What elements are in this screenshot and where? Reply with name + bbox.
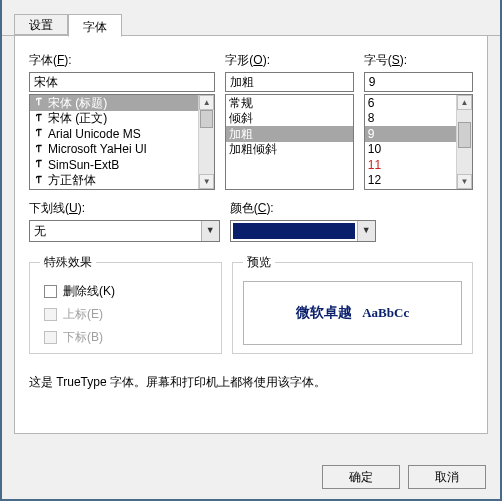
preview-legend: 预览 bbox=[243, 254, 275, 271]
color-label: 颜色(C): bbox=[230, 200, 473, 217]
underline-dropdown[interactable]: 无 ▼ bbox=[29, 220, 220, 242]
tab-settings[interactable]: 设置 bbox=[14, 14, 68, 35]
effects-group: 特殊效果 删除线(K) 上标(E) 下标(B) bbox=[29, 254, 222, 354]
size-label: 字号(S): bbox=[364, 52, 473, 69]
scroll-thumb[interactable] bbox=[200, 110, 213, 128]
cancel-button[interactable]: 取消 bbox=[408, 465, 486, 489]
style-label: 字形(O): bbox=[225, 52, 353, 69]
style-input[interactable] bbox=[225, 72, 353, 92]
list-item[interactable]: 常规 bbox=[226, 95, 352, 111]
list-item[interactable]: Ƭ宋体 (正文) bbox=[30, 111, 198, 127]
underline-value: 无 bbox=[30, 221, 201, 241]
list-item[interactable]: 6 bbox=[365, 95, 456, 111]
preview-group: 预览 微软卓越 AaBbCc bbox=[232, 254, 473, 354]
preview-box: 微软卓越 AaBbCc bbox=[243, 281, 462, 345]
tab-font[interactable]: 字体 bbox=[68, 14, 122, 37]
scrollbar[interactable]: ▲ ▼ bbox=[456, 95, 472, 189]
list-item[interactable]: Ƭ宋体 (标题) bbox=[30, 95, 198, 111]
list-item[interactable]: Ƭ方正舒体 bbox=[30, 173, 198, 189]
chevron-down-icon[interactable]: ▼ bbox=[201, 221, 219, 241]
ok-button[interactable]: 确定 bbox=[322, 465, 400, 489]
truetype-icon: Ƭ bbox=[33, 175, 45, 186]
list-item[interactable]: 10 bbox=[365, 142, 456, 158]
size-input[interactable] bbox=[364, 72, 473, 92]
style-listbox[interactable]: 常规 倾斜 加粗 加粗倾斜 bbox=[225, 94, 353, 190]
list-item[interactable]: 8 bbox=[365, 111, 456, 127]
scroll-down-icon[interactable]: ▼ bbox=[199, 174, 214, 189]
superscript-checkbox: 上标(E) bbox=[44, 306, 211, 323]
list-item[interactable]: 加粗 bbox=[226, 126, 352, 142]
truetype-icon: Ƭ bbox=[33, 144, 45, 155]
color-swatch bbox=[233, 223, 355, 239]
scroll-up-icon[interactable]: ▲ bbox=[457, 95, 472, 110]
truetype-icon: Ƭ bbox=[33, 113, 45, 124]
preview-sample-en: AaBbCc bbox=[362, 305, 409, 321]
scrollbar[interactable]: ▲ ▼ bbox=[198, 95, 214, 189]
scroll-down-icon[interactable]: ▼ bbox=[457, 174, 472, 189]
font-listbox[interactable]: Ƭ宋体 (标题) Ƭ宋体 (正文) ƬArial Unicode MS ƬMic… bbox=[29, 94, 215, 190]
list-item[interactable]: ƬSimSun-ExtB bbox=[30, 157, 198, 173]
list-item[interactable]: 加粗倾斜 bbox=[226, 142, 352, 158]
color-dropdown[interactable]: ▼ bbox=[230, 220, 376, 242]
tab-strip: 设置 字体 bbox=[2, 10, 500, 36]
checkbox-icon bbox=[44, 308, 57, 321]
preview-sample-cn: 微软卓越 bbox=[296, 304, 352, 322]
list-item[interactable]: 倾斜 bbox=[226, 111, 352, 127]
font-panel: 字体(F): Ƭ宋体 (标题) Ƭ宋体 (正文) ƬArial Unicode … bbox=[14, 36, 488, 434]
truetype-icon: Ƭ bbox=[33, 97, 45, 108]
font-label: 字体(F): bbox=[29, 52, 215, 69]
checkbox-icon[interactable] bbox=[44, 285, 57, 298]
list-item[interactable]: 12 bbox=[365, 173, 456, 189]
checkbox-icon bbox=[44, 331, 57, 344]
list-item[interactable]: 9 bbox=[365, 126, 456, 142]
truetype-note: 这是 TrueType 字体。屏幕和打印机上都将使用该字体。 bbox=[29, 374, 473, 391]
list-item[interactable]: ƬArial Unicode MS bbox=[30, 126, 198, 142]
subscript-checkbox: 下标(B) bbox=[44, 329, 211, 346]
strikethrough-checkbox[interactable]: 删除线(K) bbox=[44, 283, 211, 300]
truetype-icon: Ƭ bbox=[33, 159, 45, 170]
size-listbox[interactable]: 6 8 9 10 11 12 ▲ ▼ bbox=[364, 94, 473, 190]
underline-label: 下划线(U): bbox=[29, 200, 220, 217]
truetype-icon: Ƭ bbox=[33, 128, 45, 139]
font-input[interactable] bbox=[29, 72, 215, 92]
chevron-down-icon[interactable]: ▼ bbox=[357, 221, 375, 241]
effects-legend: 特殊效果 bbox=[40, 254, 96, 271]
scroll-up-icon[interactable]: ▲ bbox=[199, 95, 214, 110]
list-item[interactable]: ƬMicrosoft YaHei UI bbox=[30, 142, 198, 158]
list-item[interactable]: 11 bbox=[365, 157, 456, 173]
scroll-thumb[interactable] bbox=[458, 122, 471, 148]
